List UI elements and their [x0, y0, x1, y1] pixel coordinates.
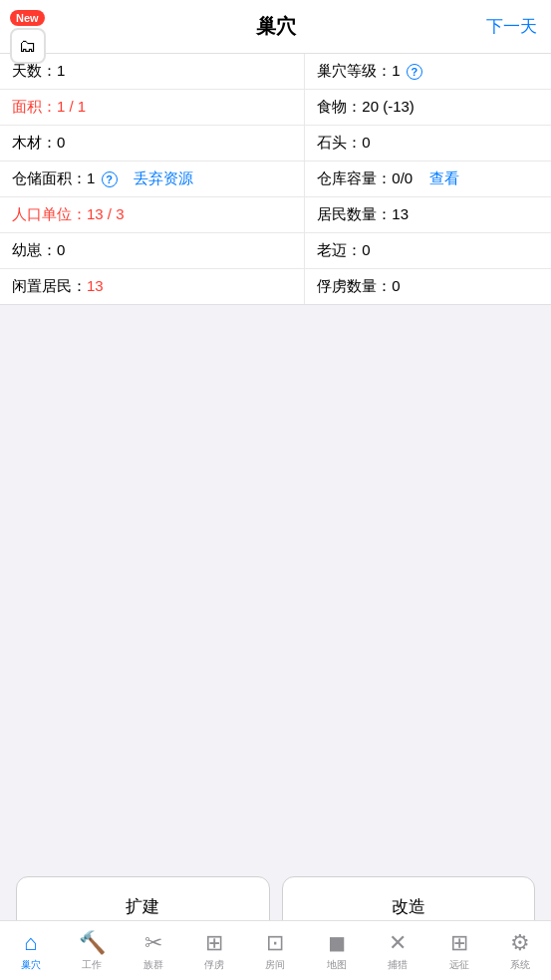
idle-label: 闲置居民： — [12, 277, 87, 294]
days-value: 1 — [57, 62, 65, 79]
stats-row-1: 天数：1 巢穴等级：1 ? — [0, 54, 551, 90]
storage-area-cell: 仓储面积：1 ? 丢弃资源 — [0, 162, 305, 197]
residents-cell: 居民数量：13 — [305, 197, 551, 233]
days-label: 天数： — [12, 62, 57, 79]
warehouse-cap-label: 仓库容量： — [317, 169, 392, 186]
room-icon: ⊡ — [266, 930, 284, 956]
nest-level-label: 巢穴等级： — [317, 62, 392, 79]
storage-help-icon[interactable]: ? — [102, 171, 118, 187]
prisoner-icon: ⊞ — [205, 930, 223, 956]
view-warehouse-button[interactable]: 查看 — [429, 169, 459, 186]
nest-level-value: 1 — [392, 62, 400, 79]
area-value: 1 / 1 — [57, 98, 86, 115]
idle-value: 13 — [87, 277, 104, 294]
wood-cell: 木材：0 — [0, 126, 305, 162]
nav-item-房间[interactable]: ⊡房间 — [245, 930, 306, 972]
next-day-header-button[interactable]: 下一天 — [486, 15, 537, 38]
nav-label-工作: 工作 — [82, 958, 102, 972]
pop-value: 13 / 3 — [87, 205, 125, 222]
stone-value: 0 — [362, 134, 370, 151]
prisoner-value: 0 — [392, 277, 400, 294]
stone-label: 石头： — [317, 134, 362, 151]
children-label: 幼崽： — [12, 241, 57, 258]
hunt-icon: ✕ — [389, 930, 407, 956]
stats-row-4: 仓储面积：1 ? 丢弃资源 仓库容量：0/0 查看 — [0, 162, 551, 197]
nav-label-远征: 远征 — [449, 958, 469, 972]
idle-cell: 闲置居民：13 — [0, 269, 305, 305]
work-icon: 🔨 — [79, 930, 106, 956]
nav-label-捕猎: 捕猎 — [388, 958, 408, 972]
nav-label-系统: 系统 — [510, 958, 530, 972]
area-cell: 面积：1 / 1 — [0, 90, 305, 126]
residents-label: 居民数量： — [317, 205, 392, 222]
discard-resources-button[interactable]: 丢弃资源 — [134, 169, 193, 186]
section-divider — [0, 856, 551, 864]
nav-label-房间: 房间 — [265, 958, 285, 972]
bottom-nav: ⌂巢穴🔨工作✂族群⊞俘虏⊡房间◼地图✕捕猎⊞远征⚙系统 — [0, 920, 551, 980]
warehouse-cap-value: 0/0 — [392, 169, 413, 186]
nest-level-help-icon[interactable]: ? — [407, 64, 422, 80]
stats-row-5: 人口单位：13 / 3 居民数量：13 — [0, 197, 551, 233]
food-label: 食物： — [317, 98, 362, 115]
pop-label: 人口单位：13 / 3 — [12, 205, 125, 222]
elderly-value: 0 — [362, 241, 370, 258]
food-cell: 食物：20 (-13) — [305, 90, 551, 126]
storage-area-value: 1 — [87, 169, 95, 186]
prisoner-label: 俘虏数量： — [317, 277, 392, 294]
tribe-icon: ✂ — [144, 930, 162, 956]
children-value: 0 — [57, 241, 65, 258]
nav-item-巢穴[interactable]: ⌂巢穴 — [0, 930, 61, 972]
app-header: New 巢穴 下一天 — [0, 0, 551, 54]
nav-item-捕猎[interactable]: ✕捕猎 — [368, 930, 428, 972]
map-icon: ◼ — [328, 930, 346, 956]
storage-area-label: 仓储面积： — [12, 169, 87, 186]
warehouse-cap-cell: 仓库容量：0/0 查看 — [305, 162, 551, 197]
pop-cell: 人口单位：13 / 3 — [0, 197, 305, 233]
new-badge-container: New — [10, 8, 46, 64]
nav-label-巢穴: 巢穴 — [21, 958, 41, 972]
nest-level-cell: 巢穴等级：1 ? — [305, 54, 551, 90]
nest-icon: ⌂ — [24, 930, 37, 956]
prisoner-cell: 俘虏数量：0 — [305, 269, 551, 305]
nav-item-远征[interactable]: ⊞远征 — [428, 930, 489, 972]
page-title: 巢穴 — [256, 13, 296, 40]
nav-label-俘虏: 俘虏 — [204, 958, 224, 972]
main-content: 扩建改造快速采集快速改造快速探索取消所有工作查看日志下一天 — [0, 305, 551, 980]
nav-item-工作[interactable]: 🔨工作 — [61, 930, 122, 972]
wood-value: 0 — [57, 134, 65, 151]
area-label: 面积：1 / 1 — [12, 98, 86, 115]
stats-row-3: 木材：0 石头：0 — [0, 126, 551, 162]
nav-item-俘虏[interactable]: ⊞俘虏 — [183, 930, 244, 972]
stats-row-6: 幼崽：0 老迈：0 — [0, 233, 551, 269]
expedition-icon: ⊞ — [450, 930, 468, 956]
stats-table: 天数：1 巢穴等级：1 ? 面积：1 / 1 食物：20 (-13) 木材：0 … — [0, 54, 551, 304]
new-badge: New — [10, 10, 45, 26]
nav-label-族群: 族群 — [143, 958, 163, 972]
elderly-cell: 老迈：0 — [305, 233, 551, 269]
pop-label-text: 人口单位： — [12, 205, 87, 222]
stats-row-7: 闲置居民：13 俘虏数量：0 — [0, 269, 551, 305]
system-icon: ⚙ — [510, 930, 530, 956]
stats-section: 天数：1 巢穴等级：1 ? 面积：1 / 1 食物：20 (-13) 木材：0 … — [0, 54, 551, 305]
elderly-label: 老迈： — [317, 241, 362, 258]
nav-item-系统[interactable]: ⚙系统 — [490, 930, 551, 972]
wood-label: 木材： — [12, 134, 57, 151]
children-cell: 幼崽：0 — [0, 233, 305, 269]
nest-icon — [10, 28, 46, 64]
stats-row-2: 面积：1 / 1 食物：20 (-13) — [0, 90, 551, 126]
nav-label-地图: 地图 — [327, 958, 347, 972]
area-label-text: 面积： — [12, 98, 57, 115]
food-value: 20 (-13) — [362, 98, 414, 115]
nav-item-族群[interactable]: ✂族群 — [123, 930, 183, 972]
stone-cell: 石头：0 — [305, 126, 551, 162]
residents-value: 13 — [392, 205, 409, 222]
nav-item-地图[interactable]: ◼地图 — [306, 930, 367, 972]
